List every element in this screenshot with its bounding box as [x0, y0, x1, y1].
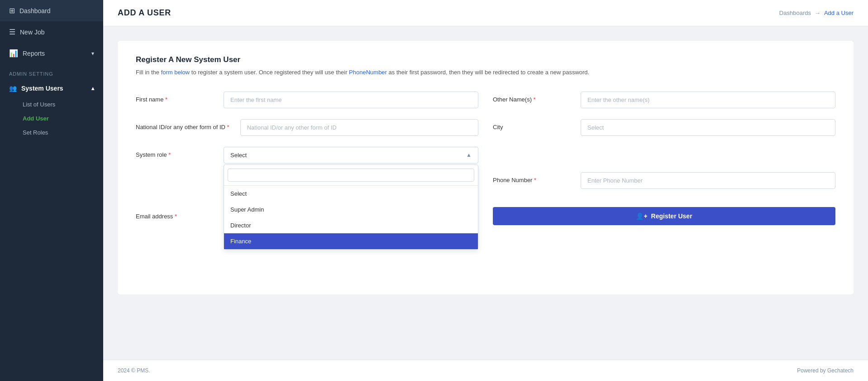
- sidebar-label-new-job: New Job: [20, 29, 44, 36]
- system-users-icon: 👥: [9, 85, 17, 92]
- other-names-required: *: [534, 96, 536, 103]
- main-content: ADD A USER Dashboards → Add a User Regis…: [103, 0, 868, 381]
- register-btn-label: Register User: [651, 212, 692, 220]
- dropdown-chevron-up-icon: ▲: [466, 152, 472, 158]
- form-row-id-city: National ID/or any other form of ID * Ci…: [136, 119, 835, 136]
- breadcrumb-root: Dashboards: [779, 10, 811, 16]
- national-id-required: *: [227, 124, 229, 130]
- register-user-button[interactable]: 👤+ Register User: [493, 207, 835, 225]
- label-first-name: First name *: [136, 92, 213, 103]
- desc-highlight-phone: PhoneNumber: [349, 69, 387, 76]
- sidebar-item-dashboard[interactable]: ⊞ Dashboard: [0, 0, 103, 21]
- sidebar-item-reports[interactable]: 📊 Reports ▾: [0, 43, 103, 64]
- reports-chevron: ▾: [91, 50, 94, 57]
- other-names-label-text: Other Name(s): [493, 96, 532, 103]
- sidebar-child-list-of-users[interactable]: List of Users: [0, 97, 103, 111]
- first-name-input[interactable]: [224, 92, 478, 108]
- card-description: Fill in the form below to register a sys…: [136, 68, 835, 77]
- sidebar-child-set-roles[interactable]: Set Roles: [0, 125, 103, 140]
- system-users-chevron: ▴: [91, 85, 94, 92]
- new-job-icon: ☰: [9, 28, 15, 36]
- national-id-input[interactable]: [240, 119, 478, 136]
- phone-input[interactable]: [581, 172, 835, 189]
- dropdown-option-director[interactable]: Director: [224, 217, 478, 233]
- top-header: ADD A USER Dashboards → Add a User: [103, 0, 868, 26]
- national-id-label-text: National ID/or any other form of ID: [136, 124, 225, 130]
- footer-left: 2024 © PMS.: [118, 367, 150, 374]
- city-input[interactable]: [581, 119, 835, 136]
- label-system-role: System role *: [136, 147, 213, 158]
- dropdown-option-super-admin[interactable]: Super Admin: [224, 202, 478, 217]
- breadcrumb-current: Add a User: [824, 10, 854, 16]
- dropdown-option-select[interactable]: Select: [224, 186, 478, 202]
- label-email: Email address *: [136, 208, 213, 220]
- phone-label-text: Phone Number: [493, 177, 532, 183]
- first-name-required: *: [165, 96, 167, 103]
- form-card: Register A New System User Fill in the f…: [118, 41, 854, 294]
- form-group-other-names: Other Name(s) *: [493, 92, 835, 108]
- system-role-dropdown-wrapper: Select ▲ Select Super Admin Director Fin…: [224, 147, 478, 164]
- system-role-dropdown-toggle[interactable]: Select ▲: [224, 147, 478, 164]
- register-icon: 👤+: [636, 212, 647, 220]
- reports-icon: 📊: [9, 49, 18, 58]
- card-title: Register A New System User: [136, 55, 835, 64]
- breadcrumb: Dashboards → Add a User: [779, 10, 854, 16]
- sidebar: ⊞ Dashboard ☰ New Job 📊 Reports ▾ ADMIN …: [0, 0, 103, 381]
- form-group-phone: Phone Number *: [493, 172, 835, 189]
- form-group-system-role: System role * Select ▲ Select: [136, 147, 478, 164]
- sidebar-item-new-job[interactable]: ☰ New Job: [0, 21, 103, 43]
- sidebar-item-system-users[interactable]: 👥 System Users ▴: [0, 79, 103, 97]
- desc-highlight-form: form below: [161, 69, 190, 76]
- dropdown-search-input[interactable]: [228, 169, 474, 182]
- page-title: ADD A USER: [118, 8, 171, 18]
- first-name-label-text: First name: [136, 96, 163, 103]
- other-names-input[interactable]: [581, 92, 835, 108]
- dropdown-search-container: [224, 165, 478, 186]
- breadcrumb-arrow: →: [815, 10, 820, 16]
- form-row-role: System role * Select ▲ Select: [136, 147, 835, 189]
- label-other-names: Other Name(s) *: [493, 92, 570, 103]
- footer-right: Powered by Gechatech: [797, 367, 854, 374]
- phone-required: *: [534, 177, 536, 183]
- form-row-names: First name * Other Name(s) *: [136, 92, 835, 108]
- form-group-city: City: [493, 119, 835, 136]
- system-role-label-text: System role: [136, 151, 167, 158]
- system-role-value: Select: [230, 152, 247, 159]
- register-btn-container: 👤+ Register User: [493, 203, 835, 225]
- system-role-required: *: [168, 151, 171, 158]
- sidebar-label-reports: Reports: [23, 50, 45, 57]
- dashboard-icon: ⊞: [9, 6, 15, 15]
- content-area: Register A New System User Fill in the f…: [103, 26, 868, 360]
- footer: 2024 © PMS. Powered by Gechatech: [103, 360, 868, 381]
- sidebar-label-dashboard: Dashboard: [19, 7, 51, 14]
- email-required: *: [175, 213, 177, 220]
- dropdown-option-finance[interactable]: Finance: [224, 233, 478, 249]
- form-group-first-name: First name *: [136, 92, 478, 108]
- label-national-id: National ID/or any other form of ID *: [136, 119, 229, 130]
- system-role-dropdown-menu: Select Super Admin Director Finance: [224, 164, 478, 250]
- label-phone: Phone Number *: [493, 172, 570, 183]
- form-group-national-id: National ID/or any other form of ID *: [136, 119, 478, 136]
- sidebar-child-add-user[interactable]: Add User: [0, 111, 103, 125]
- email-label-text: Email address: [136, 213, 173, 220]
- sidebar-label-system-users: System Users: [21, 85, 63, 92]
- label-city: City: [493, 119, 570, 130]
- admin-section-label: ADMIN SETTING: [0, 64, 103, 79]
